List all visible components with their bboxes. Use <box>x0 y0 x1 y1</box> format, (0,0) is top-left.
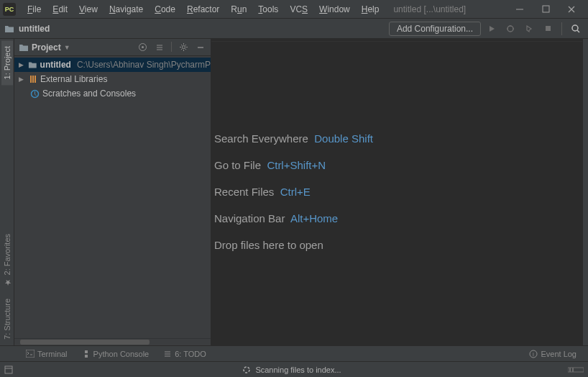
menu-edit[interactable]: Edit <box>47 2 73 17</box>
event-log-tab-label: Event Log <box>541 350 576 358</box>
menu-bar: File Edit View Navigate Code Refactor Ru… <box>22 2 385 17</box>
folder-icon <box>4 24 14 33</box>
stop-icon[interactable] <box>540 21 556 37</box>
add-configuration-button[interactable]: Add Configuration... <box>389 22 481 36</box>
app-icon: PC <box>3 3 16 16</box>
svg-rect-18 <box>30 76 32 83</box>
welcome-gotofile-label: Go to File <box>214 159 261 171</box>
status-progress-icon[interactable] <box>568 366 584 373</box>
svg-line-10 <box>577 30 579 32</box>
left-tool-gutter: 1: Project ★2: Favorites 7: Structure <box>0 39 14 345</box>
tree-root-label: untitled <box>40 60 71 70</box>
menu-file[interactable]: File <box>22 2 47 17</box>
project-panel: Project ▼ ▶ <box>14 39 211 345</box>
menu-tools[interactable]: Tools <box>252 2 284 17</box>
svg-point-12 <box>142 46 144 48</box>
welcome-gotofile-shortcut: Ctrl+Shift+N <box>267 159 326 171</box>
svg-rect-33 <box>572 368 574 372</box>
python-console-tab-label: Python Console <box>93 350 150 358</box>
hide-panel-icon[interactable] <box>195 42 206 53</box>
panel-title-label: Project <box>32 42 61 53</box>
welcome-navbar-label: Navigation Bar <box>214 212 285 224</box>
terminal-icon <box>26 350 35 358</box>
welcome-recent-shortcut: Ctrl+E <box>280 186 311 198</box>
welcome-search-label: Search Everywhere <box>214 132 308 145</box>
svg-rect-32 <box>569 368 571 372</box>
status-text: Scanning files to index... <box>255 365 341 374</box>
svg-rect-28 <box>5 366 12 373</box>
menu-window[interactable]: Window <box>313 2 356 17</box>
scratches-icon <box>30 89 40 99</box>
menu-refactor[interactable]: Refactor <box>181 2 225 17</box>
menu-help[interactable]: Help <box>356 2 385 17</box>
gear-icon[interactable] <box>178 42 189 53</box>
menu-navigate[interactable]: Navigate <box>104 2 149 17</box>
bottom-tool-tabs: Terminal Python Console 6: TODO i Event … <box>0 345 588 361</box>
run-icon[interactable] <box>484 21 500 37</box>
welcome-recent-label: Recent Files <box>214 186 274 198</box>
chevron-down-icon[interactable]: ▼ <box>64 44 70 51</box>
expand-arrow-icon[interactable]: ▶ <box>19 76 26 83</box>
tree-external-libs-row[interactable]: ▶ External Libraries <box>14 72 211 86</box>
menu-view[interactable]: View <box>73 2 104 17</box>
menu-code[interactable]: Code <box>149 2 181 17</box>
scrollbar-thumb[interactable] <box>20 340 150 345</box>
gutter-tab-favorites[interactable]: ★2: Favorites <box>1 228 13 293</box>
status-windows-icon[interactable] <box>4 365 13 374</box>
right-tool-gutter <box>582 39 588 345</box>
svg-point-16 <box>182 46 185 49</box>
spinner-icon <box>242 365 251 374</box>
terminal-tab[interactable]: Terminal <box>19 350 75 358</box>
editor-area[interactable]: Search Everywhere Double Shift Go to Fil… <box>211 39 582 345</box>
minimize-button[interactable] <box>513 3 526 16</box>
svg-text:i: i <box>533 351 535 358</box>
event-log-icon: i <box>529 350 538 358</box>
gutter-tab-structure[interactable]: 7: Structure <box>1 293 13 345</box>
svg-rect-22 <box>26 350 35 358</box>
library-icon <box>29 75 37 83</box>
scroll-from-source-icon[interactable] <box>137 42 148 53</box>
collapse-all-icon[interactable] <box>154 42 165 53</box>
project-tree[interactable]: ▶ untitled C:\Users\Abhinav Singh\Pychar… <box>14 56 211 338</box>
event-log-tab[interactable]: i Event Log <box>522 350 584 358</box>
window-title: untitled [...\untitled] <box>393 4 466 14</box>
svg-rect-20 <box>35 76 36 83</box>
gutter-tab-project[interactable]: 1: Project <box>1 40 13 85</box>
expand-arrow-icon[interactable]: ▶ <box>19 61 25 68</box>
todo-tab[interactable]: 6: TODO <box>156 350 213 358</box>
maximize-button[interactable] <box>539 3 552 16</box>
tree-scratches-row[interactable]: Scratches and Consoles <box>14 86 211 101</box>
svg-rect-1 <box>543 6 549 12</box>
terminal-tab-label: Terminal <box>37 350 68 358</box>
welcome-drop-label: Drop files here to open <box>214 239 323 251</box>
svg-point-30 <box>244 367 249 373</box>
window-controls <box>513 3 585 16</box>
svg-rect-8 <box>546 26 551 31</box>
todo-icon <box>163 350 172 358</box>
menu-run[interactable]: Run <box>225 2 252 17</box>
svg-point-4 <box>507 26 513 32</box>
horizontal-scrollbar[interactable] <box>14 338 211 345</box>
debug-icon[interactable] <box>502 21 518 37</box>
tree-scratches-label: Scratches and Consoles <box>42 88 136 99</box>
status-bar: Scanning files to index... <box>0 361 588 377</box>
navigation-bar: untitled Add Configuration... <box>0 19 588 39</box>
svg-rect-19 <box>32 76 34 83</box>
panel-folder-icon <box>19 43 29 52</box>
menu-vcs[interactable]: VCS <box>284 2 313 17</box>
tree-root-row[interactable]: ▶ untitled C:\Users\Abhinav Singh\Pychar… <box>14 58 211 72</box>
project-panel-header: Project ▼ <box>14 39 211 56</box>
search-icon[interactable] <box>568 21 584 37</box>
nav-project-name[interactable]: untitled <box>19 24 50 34</box>
coverage-icon[interactable] <box>521 21 537 37</box>
todo-tab-label: 6: TODO <box>175 350 206 358</box>
title-bar: PC File Edit View Navigate Code Refactor… <box>0 0 588 19</box>
tree-external-libs-label: External Libraries <box>40 74 107 84</box>
python-console-tab[interactable]: Python Console <box>75 350 157 358</box>
welcome-screen: Search Everywhere Double Shift Go to Fil… <box>211 42 582 251</box>
svg-point-9 <box>572 25 578 31</box>
tree-root-path: C:\Users\Abhinav Singh\PycharmP <box>77 60 211 70</box>
close-button[interactable] <box>565 3 578 16</box>
welcome-search-shortcut: Double Shift <box>314 132 373 145</box>
main-area: 1: Project ★2: Favorites 7: Structure Pr… <box>0 39 588 345</box>
